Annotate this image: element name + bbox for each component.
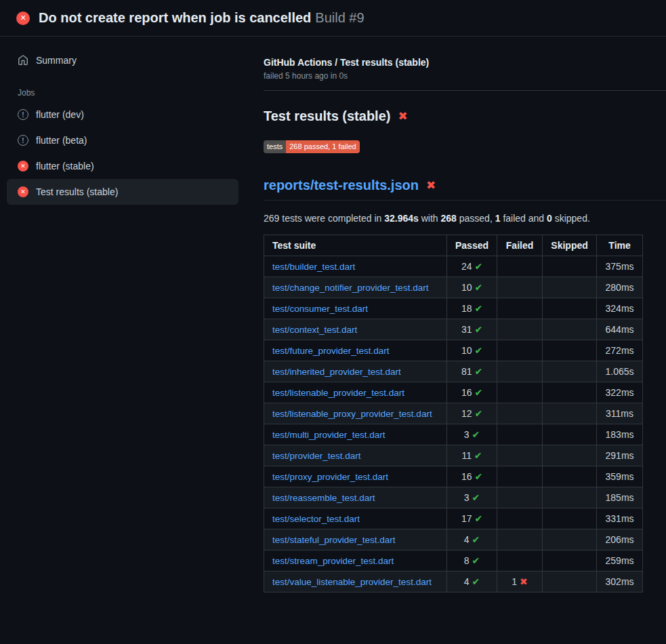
passed-count: 16: [461, 387, 472, 398]
suite-link[interactable]: test/provider_test.dart: [272, 451, 361, 461]
failed-cell: [497, 319, 543, 340]
neutral-status-icon: !: [18, 135, 28, 146]
suite-cell: test/multi_provider_test.dart: [264, 424, 447, 445]
passed-count: 10: [461, 345, 472, 356]
summary-text: failed and: [501, 213, 547, 224]
report-heading: reports/test-results.json ✖: [264, 178, 666, 201]
suite-cell: test/proxy_provider_test.dart: [264, 466, 447, 487]
summary-failed-count: 1: [495, 213, 501, 224]
passed-count: 3: [464, 429, 470, 440]
sidebar-item-flutter-dev[interactable]: ! flutter (dev): [7, 102, 238, 127]
table-row: test/context_test.dart31 ✔644ms: [264, 319, 643, 340]
failed-count: 1: [512, 576, 517, 587]
check-icon: ✔: [472, 324, 483, 335]
passed-cell: 3 ✔: [447, 424, 497, 445]
time-cell: 311ms: [597, 403, 643, 424]
suite-cell: test/change_notifier_provider_test.dart: [264, 277, 447, 298]
skipped-cell: [543, 508, 597, 529]
column-header-failed: Failed: [497, 235, 543, 256]
failed-x-icon: ✖: [426, 180, 436, 191]
sidebar-item-test-results-stable[interactable]: ✕ Test results (stable): [7, 179, 238, 205]
suite-cell: test/consumer_test.dart: [264, 298, 447, 319]
suite-link[interactable]: test/selector_test.dart: [272, 514, 360, 524]
table-row: test/proxy_provider_test.dart16 ✔359ms: [264, 466, 643, 487]
failed-cell: 1 ✖: [497, 571, 543, 592]
suite-cell: test/inherited_provider_test.dart: [264, 361, 447, 382]
report-file-link[interactable]: reports/test-results.json: [264, 178, 419, 193]
passed-count: 11: [461, 450, 472, 461]
suite-link[interactable]: test/reassemble_test.dart: [272, 493, 375, 503]
check-icon: ✔: [470, 492, 480, 503]
check-icon: ✔: [470, 429, 480, 440]
passed-count: 24: [461, 261, 472, 272]
suite-link[interactable]: test/future_provider_test.dart: [272, 346, 390, 356]
summary-passed-count: 268: [441, 213, 457, 224]
passed-count: 4: [464, 576, 470, 587]
jobs-section-label: Jobs: [18, 88, 238, 98]
suite-link[interactable]: test/builder_test.dart: [272, 262, 355, 272]
table-header-row: Test suite Passed Failed Skipped Time: [264, 235, 643, 256]
suite-link[interactable]: test/proxy_provider_test.dart: [272, 472, 388, 482]
skipped-cell: [543, 529, 597, 550]
time-cell: 206ms: [597, 529, 643, 550]
suite-link[interactable]: test/change_notifier_provider_test.dart: [272, 283, 428, 293]
check-icon: ✔: [472, 408, 483, 419]
suite-link[interactable]: test/inherited_provider_test.dart: [272, 367, 401, 377]
build-number: Build #9: [315, 10, 364, 25]
passed-count: 10: [461, 282, 472, 293]
failed-cell: [497, 550, 543, 571]
passed-cell: 4 ✔: [447, 571, 497, 592]
table-row: test/inherited_provider_test.dart81 ✔1.0…: [264, 361, 643, 382]
failed-cell: [497, 277, 543, 298]
failed-cell: [497, 298, 543, 319]
check-icon: ✔: [472, 261, 483, 272]
check-heading: Test results (stable) ✖: [264, 108, 645, 124]
suite-link[interactable]: test/multi_provider_test.dart: [272, 430, 386, 440]
failed-cell: [497, 529, 543, 550]
sidebar-summary-label: Summary: [36, 55, 77, 66]
summary-text: skipped.: [552, 213, 590, 224]
check-icon: ✔: [470, 576, 480, 587]
table-row: test/consumer_test.dart18 ✔324ms: [264, 298, 643, 319]
suite-link[interactable]: test/listenable_proxy_provider_test.dart: [272, 409, 432, 419]
failed-cell: [497, 424, 543, 445]
suite-link[interactable]: test/consumer_test.dart: [272, 304, 368, 314]
table-row: test/change_notifier_provider_test.dart1…: [264, 277, 643, 298]
sidebar-item-flutter-stable[interactable]: ✕ flutter (stable): [7, 153, 238, 179]
neutral-status-icon: !: [18, 109, 28, 120]
skipped-cell: [543, 403, 597, 424]
build-failed-status-icon: ✕: [16, 12, 30, 25]
passed-count: 31: [461, 324, 472, 335]
suite-cell: test/listenable_proxy_provider_test.dart: [264, 403, 447, 424]
check-icon: ✔: [472, 513, 483, 524]
check-icon: ✔: [472, 345, 483, 356]
passed-cell: 81 ✔: [447, 361, 497, 382]
skipped-cell: [543, 256, 597, 277]
sidebar-item-label: flutter (stable): [36, 161, 94, 172]
failed-status-icon: ✕: [18, 161, 28, 172]
time-cell: 272ms: [597, 340, 643, 361]
suite-cell: test/stateful_provider_test.dart: [264, 529, 447, 550]
suite-link[interactable]: test/listenable_provider_test.dart: [272, 388, 404, 398]
skipped-cell: [543, 382, 597, 403]
failed-cell: [497, 361, 543, 382]
sidebar-item-summary[interactable]: Summary: [7, 47, 238, 73]
sidebar-item-flutter-beta[interactable]: ! flutter (beta): [7, 127, 238, 153]
skipped-cell: [543, 298, 597, 319]
table-row: test/stateful_provider_test.dart4 ✔206ms: [264, 529, 643, 550]
suite-link[interactable]: test/value_listenable_provider_test.dart: [272, 577, 432, 587]
suite-link[interactable]: test/stateful_provider_test.dart: [272, 535, 396, 545]
time-cell: 644ms: [597, 319, 643, 340]
passed-count: 12: [461, 408, 472, 419]
passed-count: 8: [464, 555, 470, 566]
page-layout: Summary Jobs ! flutter (dev) ! flutter (…: [0, 37, 666, 609]
sidebar-item-label: flutter (beta): [36, 135, 87, 146]
summary-duration: 32.964s: [384, 213, 419, 224]
suite-link[interactable]: test/stream_provider_test.dart: [272, 556, 394, 566]
sidebar-item-label: Test results (stable): [36, 186, 118, 197]
passed-cell: 10 ✔: [447, 340, 497, 361]
failed-cell: [497, 487, 543, 508]
check-icon: ✔: [472, 471, 483, 482]
suite-link[interactable]: test/context_test.dart: [272, 325, 357, 335]
suite-cell: test/value_listenable_provider_test.dart: [264, 571, 447, 592]
